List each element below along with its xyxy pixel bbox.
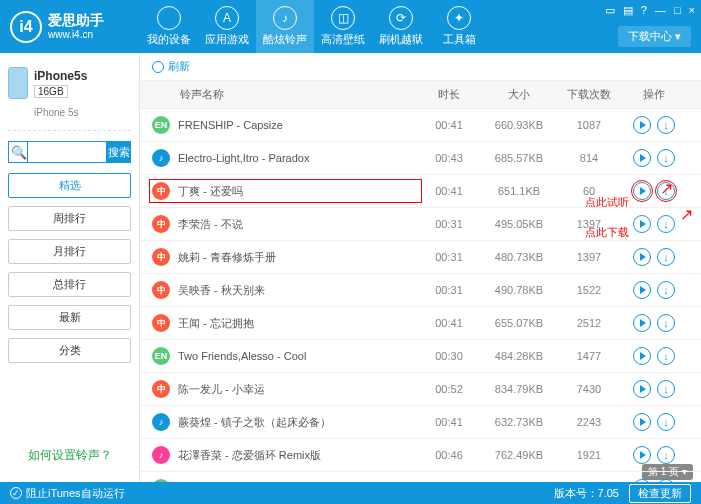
sidebar-btn-分类[interactable]: 分类 [8,338,131,363]
sidebar: iPhone5s 16GB iPhone 5s 🔍 搜索 精选周排行月排行总排行… [0,53,140,482]
nav-item-应用游戏[interactable]: A应用游戏 [198,0,256,53]
sidebar-btn-周排行[interactable]: 周排行 [8,206,131,231]
sidebar-btn-月排行[interactable]: 月排行 [8,239,131,264]
play-button[interactable] [633,182,651,200]
table-row[interactable]: EN Two Friends,Alesso - Cool 00:30 484.2… [140,340,701,373]
play-button[interactable] [633,347,651,365]
download-button[interactable] [657,281,675,299]
play-button[interactable] [633,479,651,482]
nav-item-酷炫铃声[interactable]: ♪酷炫铃声 [256,0,314,53]
play-button[interactable] [633,281,651,299]
search-button[interactable]: 搜索 [107,141,131,163]
table-row[interactable]: ♪ 蕨葵煌 - 镇子之歌（起床必备） 00:41 632.73KB 2243 [140,406,701,439]
row-type-icon: EN [152,347,170,365]
ringtone-help-link[interactable]: 如何设置铃声？ [8,437,131,474]
app-header: i4 爱思助手 www.i4.cn 我的设备A应用游戏♪酷炫铃声◫高清壁纸⟳刷机… [0,0,701,53]
window-controls: ▭▤?—□× [605,4,695,17]
table-row[interactable]: EN Cherubs - All（慢摇欧美） 00:42 669.41KB 22… [140,472,701,482]
col-name: 铃声名称 [152,87,419,102]
window-control[interactable]: × [689,4,695,17]
row-type-icon: 中 [152,182,170,200]
table-row[interactable]: 中 陈一发儿 - 小幸运 00:52 834.79KB 7430 [140,373,701,406]
row-name: FRENSHIP - Capsize [178,119,419,131]
row-download-count: 2512 [559,317,619,329]
download-button[interactable] [657,380,675,398]
device-info: iPhone5s 16GB iPhone 5s [8,61,131,124]
itunes-block-label[interactable]: 阻止iTunes自动运行 [26,486,125,501]
row-duration: 00:46 [419,449,479,461]
window-control[interactable]: ▭ [605,4,615,17]
nav-item-高清壁纸[interactable]: ◫高清壁纸 [314,0,372,53]
sidebar-btn-总排行[interactable]: 总排行 [8,272,131,297]
nav-icon: ⟳ [389,6,413,30]
device-name: iPhone5s [34,69,87,83]
row-size: 651.1KB [479,185,559,197]
row-duration: 00:41 [419,317,479,329]
play-button[interactable] [633,413,651,431]
nav-icon: ♪ [273,6,297,30]
download-button[interactable] [657,149,675,167]
table-row[interactable]: 中 丁爽 - 还爱吗 00:41 651.1KB 60 [140,175,701,208]
row-name: 花澤香菜 - 恋爱循环 Remix版 [178,448,419,463]
play-button[interactable] [633,149,651,167]
nav-item-我的设备[interactable]: 我的设备 [140,0,198,53]
download-button[interactable] [657,182,675,200]
play-button[interactable] [633,380,651,398]
row-name: 陈一发儿 - 小幸运 [178,382,419,397]
check-update-button[interactable]: 检查更新 [629,484,691,503]
sidebar-btn-精选[interactable]: 精选 [8,173,131,198]
window-control[interactable]: □ [674,4,681,17]
table-row[interactable]: 中 王闻 - 忘记拥抱 00:41 655.07KB 2512 [140,307,701,340]
table-row[interactable]: 中 姚莉 - 青春修炼手册 00:31 480.73KB 1397 [140,241,701,274]
refresh-button[interactable]: 刷新 [140,53,701,81]
window-control[interactable]: ? [641,4,647,17]
row-download-count: 1397 [559,218,619,230]
table-row[interactable]: EN FRENSHIP - Capsize 00:41 660.93KB 108… [140,109,701,142]
row-name: Two Friends,Alesso - Cool [178,350,419,362]
download-button[interactable] [657,347,675,365]
play-button[interactable] [633,314,651,332]
row-duration: 00:31 [419,284,479,296]
table-row[interactable]: 中 李荣浩 - 不说 00:31 495.05KB 1397 [140,208,701,241]
search-input[interactable] [27,141,107,163]
row-type-icon: ♪ [152,446,170,464]
row-size: 685.57KB [479,152,559,164]
table-row[interactable]: 中 吴映香 - 秋天别来 00:31 490.78KB 1522 [140,274,701,307]
row-download-count: 814 [559,152,619,164]
play-button[interactable] [633,215,651,233]
device-model: iPhone 5s [8,107,131,118]
download-button[interactable] [657,314,675,332]
play-button[interactable] [633,248,651,266]
row-type-icon: 中 [152,380,170,398]
download-button[interactable] [657,116,675,134]
check-icon[interactable]: ✓ [10,487,22,499]
download-button[interactable] [657,215,675,233]
play-button[interactable] [633,446,651,464]
download-button[interactable] [657,446,675,464]
window-control[interactable]: — [655,4,666,17]
download-button[interactable] [657,479,675,482]
col-size: 大小 [479,87,559,102]
row-duration: 00:31 [419,218,479,230]
download-center-button[interactable]: 下载中心 ▾ [618,26,691,47]
download-button[interactable] [657,248,675,266]
row-duration: 00:41 [419,185,479,197]
nav-item-工具箱[interactable]: ✦工具箱 [430,0,488,53]
row-type-icon: 中 [152,215,170,233]
row-duration: 00:41 [419,416,479,428]
row-name: 李荣浩 - 不说 [178,217,419,232]
refresh-icon [152,61,164,73]
row-size: 632.73KB [479,416,559,428]
table-row[interactable]: ♪ Electro-Light,Itro - Paradox 00:43 685… [140,142,701,175]
table-row[interactable]: ♪ 花澤香菜 - 恋爱循环 Remix版 00:46 762.49KB 1921 [140,439,701,472]
logo-area: i4 爱思助手 www.i4.cn [0,11,140,43]
row-size: 660.93KB [479,119,559,131]
nav-icon: ◫ [331,6,355,30]
nav-icon: A [215,6,239,30]
window-control[interactable]: ▤ [623,4,633,17]
download-button[interactable] [657,413,675,431]
sidebar-btn-最新[interactable]: 最新 [8,305,131,330]
nav-item-刷机越狱[interactable]: ⟳刷机越狱 [372,0,430,53]
row-size: 480.73KB [479,251,559,263]
play-button[interactable] [633,116,651,134]
